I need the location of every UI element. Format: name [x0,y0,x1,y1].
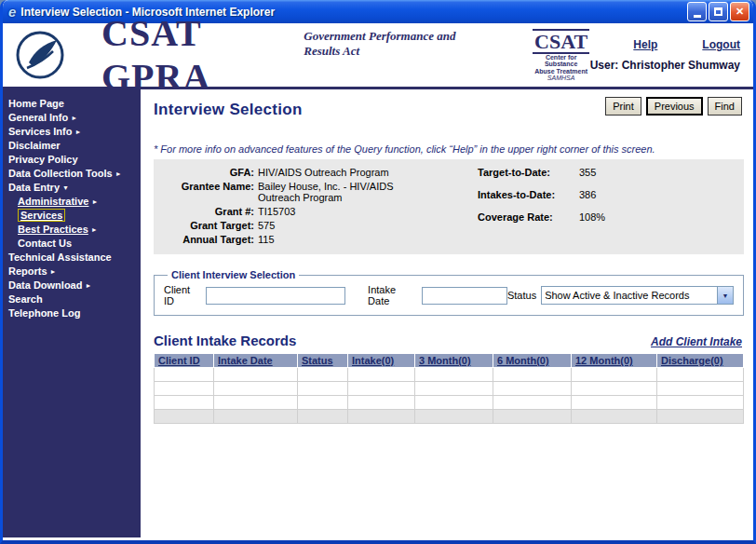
grant-target-value: 575 [258,220,435,231]
column-header-12-month[interactable]: 12 Month(0) [572,354,657,368]
coverage-rate-label: Coverage Rate: [478,211,575,223]
grant-number-label: Grant #: [154,206,254,217]
sidebar-item-disclaimer[interactable]: Disclaimer [3,139,141,153]
status-label: Status [507,290,536,301]
status-selected-value: Show Active & Inactive Records [542,290,717,301]
gfa-label: GFA: [154,167,254,178]
grantee-name-label: Grantee Name: [154,181,254,203]
help-note: * For more info on advanced features of … [154,143,744,155]
help-link[interactable]: Help [633,38,657,51]
csat-seal-samhsa: SAMHSA [533,75,590,81]
status-select[interactable]: Show Active & Inactive Records ▼ [541,286,734,305]
brand-block: CSAT GPRA Government Performance and Res… [101,11,488,99]
submenu-arrow-icon: ► [71,115,77,121]
column-header-3-month[interactable]: 3 Month(0) [415,354,493,368]
target-to-date-value: 355 [579,167,626,178]
csat-seal: CSAT Center for Substance Abuse Treatmen… [533,29,590,81]
maximize-button[interactable] [709,2,728,21]
maximize-icon [714,7,722,16]
grant-info-panel: GFA: HIV/AIDS Outreach Program Grantee N… [154,159,744,254]
main-content: Interview Selection Print Previous Find … [141,89,753,537]
brand-name: CSAT GPRA [101,11,292,99]
annual-target-label: Annual Target: [154,234,254,245]
sidebar-nav: Home Page General Info► Services Info► D… [3,89,141,537]
table-row [155,382,744,396]
client-intake-table: Client ID Intake Date Status Intake(0) 3… [154,353,744,424]
submenu-arrow-icon: ► [91,226,98,233]
toolbar: Print Previous Find [605,97,742,116]
client-interview-selection-fieldset: Client Interview Selection Client ID Int… [154,269,744,316]
close-button[interactable]: ✕ [730,2,749,21]
table-row [155,396,744,410]
minimize-icon [694,15,701,18]
add-client-intake-link[interactable]: Add Client Intake [651,335,742,348]
table-row [155,368,744,382]
submenu-arrow-icon: ► [115,170,122,177]
sidebar-item-contact-us[interactable]: Contact Us [3,237,141,251]
submenu-arrow-icon: ► [85,282,91,289]
sidebar-item-services[interactable]: Services [3,209,141,223]
sidebar-item-home-page[interactable]: Home Page [3,97,141,111]
target-to-date-label: Target-to-Date: [478,167,575,178]
sidebar-item-data-download[interactable]: Data Download► [3,279,141,292]
filter-legend: Client Interview Selection [168,269,299,280]
sidebar-item-telephone-log[interactable]: Telephone Log [3,306,141,320]
sidebar-item-technical-assistance[interactable]: Technical Assistance [3,251,141,265]
submenu-arrow-icon: ► [50,268,57,275]
coverage-rate-value: 108% [579,211,626,223]
csat-seal-acronym: CSAT [533,29,589,54]
column-header-6-month[interactable]: 6 Month(0) [493,354,572,368]
brand-tagline: Government Performance and Results Act [304,29,487,59]
sidebar-item-data-collection-tools[interactable]: Data Collection Tools► [3,167,141,181]
user-label: User: Christopher Shumway [590,59,740,72]
csat-seal-line1: Center for Substance [533,54,590,68]
grant-target-label: Grant Target: [154,220,254,231]
table-header-row: Client ID Intake Date Status Intake(0) 3… [155,354,744,368]
intake-date-label: Intake Date [368,284,417,306]
submenu-arrow-icon: ► [74,129,81,135]
grantee-name-value: Bailey House, Inc. - HIV/AIDS Outreach P… [258,181,435,203]
print-button[interactable]: Print [605,97,641,116]
csat-seal-line2: Abuse Treatment [533,68,590,75]
sidebar-item-privacy-policy[interactable]: Privacy Policy [3,153,141,167]
column-header-intake[interactable]: Intake(0) [348,354,415,368]
sidebar-item-best-practices[interactable]: Best Practices► [3,223,141,237]
gfa-value: HIV/AIDS Outreach Program [258,167,435,178]
column-header-discharge[interactable]: Discharge(0) [657,354,744,368]
intake-date-input[interactable] [422,287,507,305]
expanded-arrow-icon: ▼ [62,184,69,191]
submenu-arrow-icon: ► [91,198,98,205]
records-heading: Client Intake Records [154,333,296,348]
app-header: CSAT GPRA Government Performance and Res… [3,23,753,89]
sidebar-item-administrative[interactable]: Administrative► [3,195,141,209]
client-id-label: Client ID [164,284,201,306]
column-header-client-id[interactable]: Client ID [155,354,214,368]
chevron-down-icon: ▼ [717,287,733,304]
sidebar-item-general-info[interactable]: General Info► [3,111,141,125]
column-header-intake-date[interactable]: Intake Date [214,354,298,368]
table-row [155,410,744,424]
minimize-button[interactable] [687,2,707,21]
sidebar-item-services-info[interactable]: Services Info► [3,125,141,139]
logout-link[interactable]: Logout [702,38,740,51]
grant-number-value: TI15703 [258,206,435,217]
column-header-status[interactable]: Status [298,354,348,368]
sidebar-item-search[interactable]: Search [3,292,141,306]
sidebar-item-data-entry[interactable]: Data Entry▼ [3,181,141,195]
client-id-input[interactable] [206,287,345,305]
annual-target-value: 115 [258,234,435,245]
hhs-logo [16,31,64,79]
internet-explorer-icon: e [8,5,16,19]
find-button[interactable]: Find [708,97,742,116]
intakes-to-date-value: 386 [579,189,626,200]
sidebar-item-reports[interactable]: Reports► [3,265,141,279]
browser-window: e Interview Selection - Microsoft Intern… [0,0,756,544]
intakes-to-date-label: Intakes-to-Date: [478,189,575,200]
previous-button[interactable]: Previous [646,97,703,116]
